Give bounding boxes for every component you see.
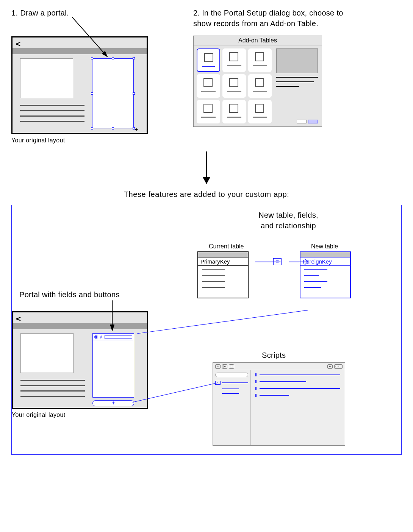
addon-item[interactable] <box>248 48 272 72</box>
scripts-folder[interactable] <box>215 381 248 385</box>
play-icon[interactable]: ▶ <box>222 364 227 369</box>
addon-item[interactable] <box>197 74 220 98</box>
addon-description <box>276 73 318 87</box>
addon-item[interactable] <box>248 74 272 98</box>
script-step[interactable] <box>255 373 340 376</box>
script-step[interactable] <box>255 380 340 383</box>
step-1-text: 1. Draw a portal. <box>11 8 155 18</box>
script-item[interactable] <box>222 393 239 394</box>
script-steps <box>251 370 345 445</box>
portal-caption: Portal with fields and buttons <box>19 290 120 299</box>
svg-line-6 <box>137 310 308 334</box>
relationship-operator: = <box>273 258 282 265</box>
delete-icon[interactable] <box>94 335 98 339</box>
add-row-button[interactable]: + <box>92 400 134 406</box>
features-box: New table, fields, and relationship Curr… <box>11 205 402 455</box>
stop-icon[interactable]: ■ <box>327 364 333 369</box>
addon-tables-dialog: Add-on Tables <box>193 36 322 127</box>
scripts-sidebar <box>213 370 251 445</box>
folder-icon <box>215 381 221 385</box>
attachment-icon[interactable]: ⌀ <box>99 334 103 340</box>
text-placeholder <box>20 380 85 401</box>
portal-row-field[interactable] <box>105 335 132 339</box>
relationship-heading: New table, fields, and relationship <box>232 210 345 231</box>
addon-item[interactable] <box>248 100 272 123</box>
addon-grid <box>194 45 275 126</box>
step-1: 1. Draw a portal. < + <box>11 8 155 144</box>
primary-key-row: PrimaryKey <box>198 257 248 266</box>
back-arrow-glyph: < <box>16 314 21 323</box>
addon-dialog-title: Add-on Tables <box>194 36 322 45</box>
addon-side-panel <box>275 45 322 126</box>
foreign-key-row: ForeignKey <box>300 257 350 266</box>
image-placeholder <box>20 58 73 98</box>
record-icon[interactable]: ○ <box>229 364 234 369</box>
result-layout-mock: < ⌀ + <box>12 311 148 409</box>
cancel-button[interactable] <box>297 120 307 123</box>
new-table-box: ForeignKey <box>300 251 351 298</box>
title-bar <box>13 48 147 54</box>
addon-preview <box>276 48 318 73</box>
scripts-toolbar: + ▶ ○ ■ ▭▭ <box>213 363 345 370</box>
portal-with-fields[interactable]: ⌀ <box>92 333 134 398</box>
original-layout-mock: < + <box>11 36 148 134</box>
script-item[interactable] <box>222 388 239 389</box>
step-2-text: 2. In the Portal Setup dialog box, choos… <box>193 8 352 29</box>
title-bar <box>13 323 147 329</box>
addon-item[interactable] <box>222 100 246 123</box>
plus-cursor-icon: + <box>135 126 138 133</box>
addon-item[interactable] <box>222 48 246 72</box>
current-table-label: Current table <box>209 243 244 250</box>
portal-selection-box[interactable]: + <box>92 58 134 128</box>
script-step[interactable] <box>255 387 340 390</box>
scripts-caption: Scripts <box>262 351 286 360</box>
result-layout-caption: Your original layout <box>12 412 66 418</box>
addon-item[interactable] <box>222 74 246 98</box>
back-arrow-glyph: < <box>16 39 20 48</box>
step-1-caption: Your original layout <box>11 137 155 144</box>
addon-item[interactable] <box>197 100 220 123</box>
add-icon[interactable]: + <box>215 364 221 369</box>
new-table-label: New table <box>311 243 338 250</box>
step-2: 2. In the Portal Setup dialog box, choos… <box>193 8 352 127</box>
current-table-box: PrimaryKey <box>197 251 249 298</box>
script-step[interactable] <box>255 394 340 397</box>
text-placeholder <box>20 105 84 126</box>
view-toggle-icon[interactable]: ▭▭ <box>334 364 343 369</box>
ok-button[interactable] <box>308 120 318 123</box>
features-title: These features are added to your custom … <box>11 190 402 199</box>
addon-item-selected[interactable] <box>197 48 220 72</box>
scripts-window: + ▶ ○ ■ ▭▭ <box>213 362 345 446</box>
image-placeholder <box>20 333 74 373</box>
scripts-search-input[interactable] <box>215 373 248 377</box>
